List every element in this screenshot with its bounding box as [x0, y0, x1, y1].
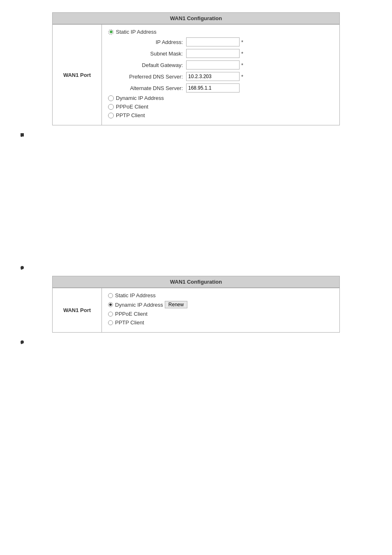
radio-pppoe-row-2[interactable]: PPPoE Client	[108, 311, 333, 317]
alternate-dns-input[interactable]	[186, 83, 240, 92]
radio-static-label: Static IP Address	[116, 29, 157, 35]
default-gateway-input[interactable]	[186, 60, 240, 69]
wan1-config-table-1: WAN1 Configuration WAN1 Port Static IP A…	[52, 12, 340, 125]
radio-dynamic-unselected-icon-1[interactable]	[108, 95, 114, 101]
radio-dynamic-ip-row-1[interactable]: Dynamic IP Address	[108, 95, 333, 101]
bullet-dot-3: •	[21, 340, 24, 344]
preferred-dns-label: Preferred DNS Server:	[117, 74, 183, 80]
radio-static-row-2[interactable]: Static IP Address	[108, 292, 333, 298]
radio-static-label-2: Static IP Address	[115, 292, 156, 298]
bullet-3: •	[21, 338, 384, 345]
default-gateway-row: Default Gateway: *	[117, 60, 333, 69]
ip-address-label: IP Address:	[117, 39, 183, 45]
bullet-1: •	[21, 131, 384, 137]
radio-pptp-label-1: PPTP Client	[116, 112, 145, 118]
bullet-dot-1: •	[21, 133, 24, 136]
wan-port-label-2: WAN1 Port	[53, 288, 102, 332]
wan-port-label-1: WAN1 Port	[53, 25, 102, 125]
table2-title: WAN1 Configuration	[53, 276, 340, 288]
ip-address-row: IP Address: *	[117, 37, 333, 46]
radio-static-ip-row[interactable]: Static IP Address	[108, 29, 333, 35]
preferred-dns-input[interactable]	[186, 72, 240, 81]
radio-pptp-unselected-icon-2[interactable]	[108, 320, 113, 325]
preferred-dns-required-star: *	[241, 74, 243, 80]
radio-pptp-row-2[interactable]: PPTP Client	[108, 319, 333, 326]
radio-pppoe-label-2: PPPoE Client	[115, 311, 148, 317]
radio-static-unselected-icon-2[interactable]	[108, 293, 113, 298]
subnet-mask-label: Subnet Mask:	[117, 51, 183, 57]
table1-title: WAN1 Configuration	[53, 13, 340, 24]
gateway-required-star: *	[241, 62, 243, 68]
preferred-dns-row: Preferred DNS Server: *	[117, 72, 333, 81]
radio-pppoe-unselected-icon-1[interactable]	[108, 104, 114, 110]
radio-dynamic-label-2: Dynamic IP Address	[115, 302, 163, 308]
ip-required-star: *	[241, 39, 243, 45]
bullet-2: •	[21, 264, 384, 270]
radio-dynamic-selected-inner-2	[109, 303, 112, 306]
spacer-area-1	[8, 143, 384, 258]
alternate-dns-label: Alternate DNS Server:	[117, 85, 183, 91]
radio-dynamic-row-2[interactable]: Dynamic IP Address Renew	[108, 301, 333, 308]
subnet-mask-row: Subnet Mask: *	[117, 49, 333, 58]
table2-content: Static IP Address Dynamic IP Address Ren…	[102, 288, 339, 332]
subnet-mask-input[interactable]	[186, 49, 240, 58]
default-gateway-label: Default Gateway:	[117, 62, 183, 68]
radio-pppoe-row-1[interactable]: PPPoE Client	[108, 104, 333, 110]
radio-static-selected-icon[interactable]	[108, 29, 114, 35]
radio-pptp-unselected-icon-1[interactable]	[108, 113, 114, 118]
ip-address-input[interactable]	[186, 37, 240, 46]
spacer-area-2	[8, 350, 384, 474]
radio-selected-inner	[110, 30, 113, 33]
radio-pppoe-label-1: PPPoE Client	[116, 104, 148, 110]
bullet-dot-2: •	[21, 266, 24, 269]
radio-dynamic-label-1: Dynamic IP Address	[116, 95, 164, 101]
renew-button[interactable]: Renew	[165, 301, 187, 308]
radio-dynamic-selected-icon-2[interactable]	[108, 302, 113, 307]
radio-pptp-label-2: PPTP Client	[115, 319, 144, 326]
wan1-config-table-2: WAN1 Configuration WAN1 Port Static IP A…	[52, 276, 340, 333]
radio-pptp-row-1[interactable]: PPTP Client	[108, 112, 333, 118]
table1-content: Static IP Address IP Address: * Subnet M…	[102, 25, 339, 125]
alternate-dns-row: Alternate DNS Server:	[117, 83, 333, 92]
subnet-required-star: *	[241, 51, 243, 57]
radio-pppoe-unselected-icon-2[interactable]	[108, 312, 113, 317]
